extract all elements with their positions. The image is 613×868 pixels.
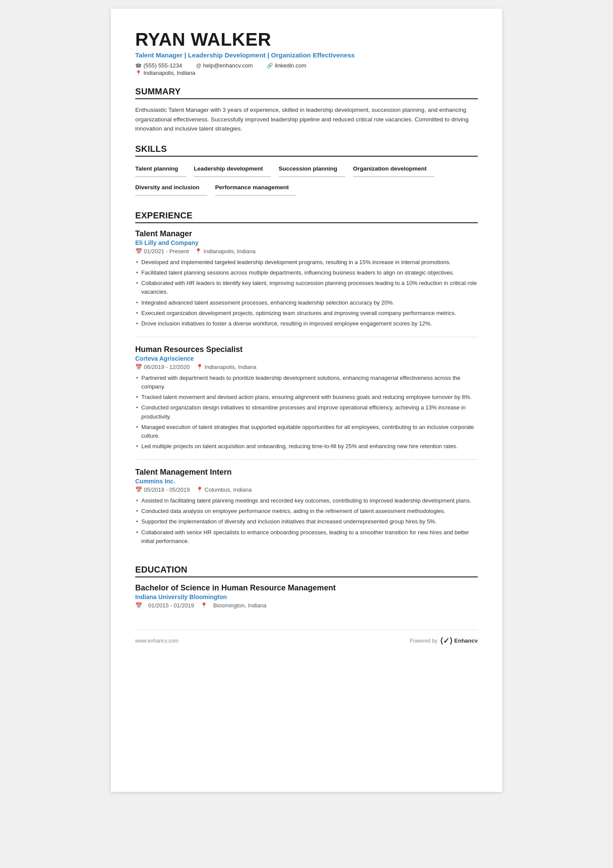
- job-company: Corteva Agriscience: [135, 355, 478, 362]
- skills-grid: Talent planningLeadership developmentSuc…: [135, 163, 478, 200]
- email-icon: @: [196, 63, 201, 69]
- phone-icon: ☎: [135, 63, 142, 69]
- skill-item: Talent planning: [135, 163, 186, 177]
- contact-row-2: 📍 Indianapolis, Indiana: [135, 70, 478, 76]
- skill-item: Diversity and inclusion: [135, 181, 207, 196]
- email-value: help@enhancv.com: [203, 62, 253, 69]
- edu-calendar-icon: 📅: [135, 602, 142, 609]
- footer-right: Powered by ⟨✓⟩ Enhancv: [410, 636, 478, 646]
- job-meta: 📅 01/2021 - Present📍 Indianapolis, India…: [135, 248, 478, 255]
- bullet-item: Managed execution of talent strategies t…: [135, 423, 478, 440]
- job-location: 📍 Indianapolis, Indiana: [195, 248, 255, 255]
- location-contact: 📍 Indianapolis, Indiana: [135, 70, 195, 76]
- pin-icon: 📍: [196, 486, 203, 493]
- edu-pin-icon: 📍: [200, 602, 207, 609]
- skills-title: SKILLS: [135, 144, 478, 157]
- edu-school: Indiana University Bloomington: [135, 593, 478, 600]
- job-bullets: Developed and implemented targeted leade…: [135, 258, 478, 328]
- bullet-item: Integrated advanced talent assessment pr…: [135, 298, 478, 307]
- email-contact: @ help@enhancv.com: [196, 62, 253, 69]
- experience-section: EXPERIENCE Talent ManagerEli Lilly and C…: [135, 211, 478, 554]
- link-icon: 🔗: [267, 63, 273, 69]
- job-title: Human Resources Specialist: [135, 345, 478, 354]
- page-footer: www.enhancv.com Powered by ⟨✓⟩ Enhancv: [135, 630, 478, 646]
- skill-item: Succession planning: [279, 163, 345, 177]
- enhancv-logo: ⟨✓⟩ Enhancv: [440, 636, 478, 646]
- edu-degree: Bachelor of Science in Human Resource Ma…: [135, 583, 478, 593]
- header-section: RYAN WALKER Talent Manager | Leadership …: [135, 30, 478, 76]
- skill-item: Leadership development: [194, 163, 271, 177]
- linkedin-contact: 🔗 linkedin.com: [267, 62, 306, 69]
- phone-contact: ☎ (555) 555-1234: [135, 62, 182, 69]
- bullet-item: Conducted organization design initiative…: [135, 403, 478, 421]
- summary-text: Enthusiastic Talent Manager with 3 years…: [135, 105, 478, 134]
- education-section: EDUCATION Bachelor of Science in Human R…: [135, 565, 478, 609]
- footer-website: www.enhancv.com: [135, 638, 178, 644]
- calendar-icon: 📅: [135, 248, 142, 255]
- job-dates: 📅 05/2018 - 05/2019: [135, 486, 190, 493]
- location-value: Indianapolis, Indiana: [143, 70, 195, 76]
- calendar-icon: 📅: [135, 364, 142, 370]
- summary-section: SUMMARY Enthusiastic Talent Manager with…: [135, 87, 478, 134]
- bullet-item: Assisted in facilitating talent planning…: [135, 496, 478, 505]
- pin-icon: 📍: [196, 364, 203, 370]
- bullet-item: Partnered with department heads to prior…: [135, 374, 478, 391]
- bullet-item: Facilitated talent planning sessions acr…: [135, 268, 478, 277]
- experience-entry: Talent Management InternCummins Inc.📅 05…: [135, 468, 478, 554]
- skill-item: Organization development: [353, 163, 435, 177]
- location-icon: 📍: [135, 70, 142, 76]
- brand-name: Enhancv: [454, 637, 478, 644]
- experience-container: Talent ManagerEli Lilly and Company📅 01/…: [135, 229, 478, 554]
- logo-icon: ⟨✓⟩: [440, 636, 453, 646]
- skill-item: Performance management: [215, 181, 297, 196]
- candidate-headline: Talent Manager | Leadership Development …: [135, 51, 478, 59]
- job-bullets: Partnered with department heads to prior…: [135, 374, 478, 451]
- edu-meta: 📅 01/2015 - 01/2019 📍 Bloomington, India…: [135, 602, 478, 609]
- job-dates: 📅 06/2019 - 12/2020: [135, 364, 190, 370]
- bullet-item: Led multiple projects on talent acquisit…: [135, 442, 478, 451]
- linkedin-value: linkedin.com: [275, 62, 306, 69]
- experience-title: EXPERIENCE: [135, 211, 478, 223]
- job-meta: 📅 06/2019 - 12/2020📍 Indianapolis, India…: [135, 364, 478, 370]
- job-bullets: Assisted in facilitating talent planning…: [135, 496, 478, 546]
- skills-section: SKILLS Talent planningLeadership develop…: [135, 144, 478, 200]
- job-location: 📍 Indianapolis, Indiana: [196, 364, 257, 370]
- bullet-item: Executed organization development projec…: [135, 309, 478, 318]
- experience-entry: Human Resources SpecialistCorteva Agrisc…: [135, 345, 478, 460]
- powered-by-text: Powered by: [410, 638, 437, 644]
- experience-entry: Talent ManagerEli Lilly and Company📅 01/…: [135, 229, 478, 337]
- job-company: Cummins Inc.: [135, 478, 478, 485]
- education-container: Bachelor of Science in Human Resource Ma…: [135, 583, 478, 609]
- summary-title: SUMMARY: [135, 87, 478, 99]
- bullet-item: Conducted data analysis on employee perf…: [135, 507, 478, 516]
- job-dates: 📅 01/2021 - Present: [135, 248, 189, 255]
- phone-value: (555) 555-1234: [143, 62, 182, 69]
- bullet-item: Supported the implementation of diversit…: [135, 517, 478, 526]
- education-title: EDUCATION: [135, 565, 478, 577]
- education-entry: Bachelor of Science in Human Resource Ma…: [135, 583, 478, 609]
- bullet-item: Collaborated with HR leaders to identify…: [135, 279, 478, 296]
- calendar-icon: 📅: [135, 486, 142, 493]
- contact-row-1: ☎ (555) 555-1234 @ help@enhancv.com 🔗 li…: [135, 62, 478, 69]
- job-location: 📍 Columbus, Indiana: [196, 486, 252, 493]
- job-company: Eli Lilly and Company: [135, 239, 478, 246]
- job-title: Talent Management Intern: [135, 468, 478, 477]
- job-meta: 📅 05/2018 - 05/2019📍 Columbus, Indiana: [135, 486, 478, 493]
- job-title: Talent Manager: [135, 229, 478, 238]
- bullet-item: Drove inclusion initiatives to foster a …: [135, 319, 478, 328]
- candidate-name: RYAN WALKER: [135, 30, 478, 50]
- bullet-item: Collaborated with senior HR specialists …: [135, 528, 478, 546]
- pin-icon: 📍: [195, 248, 202, 255]
- bullet-item: Tracked talent movement and devised acti…: [135, 393, 478, 402]
- resume-document: RYAN WALKER Talent Manager | Leadership …: [111, 9, 502, 792]
- bullet-item: Developed and implemented targeted leade…: [135, 258, 478, 267]
